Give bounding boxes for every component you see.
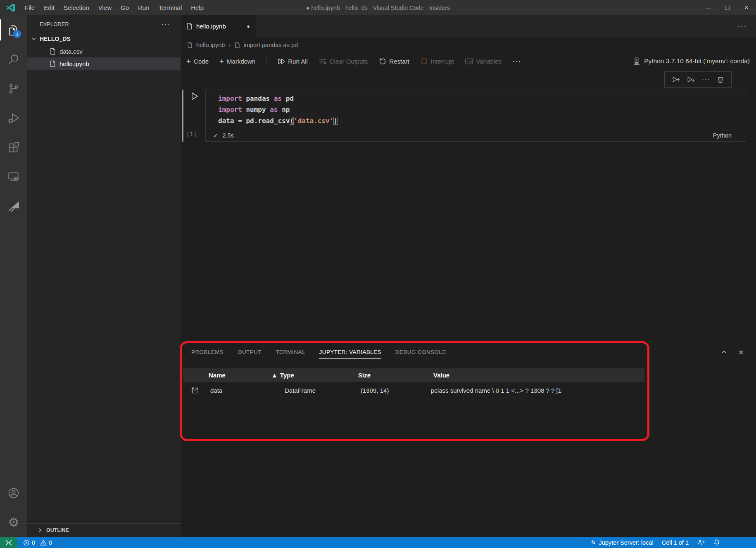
account-icon xyxy=(7,487,20,499)
maximize-button[interactable]: □ xyxy=(718,0,737,15)
problems-status[interactable]: 0 0 xyxy=(23,539,52,546)
interrupt-button[interactable]: Interrupt xyxy=(420,57,454,65)
clear-outputs-button[interactable]: Clear Outputs xyxy=(319,57,368,65)
activity-extensions[interactable] xyxy=(0,133,27,162)
remote-indicator[interactable] xyxy=(0,537,17,548)
window-title: ● hello.ipynb - hello_ds - Visual Studio… xyxy=(306,0,450,15)
activity-source-control[interactable] xyxy=(0,74,27,103)
file-item-hello-ipynb[interactable]: hello.ipynb xyxy=(27,57,181,70)
run-below-icon[interactable] xyxy=(687,76,695,84)
column-header-name[interactable]: Name xyxy=(206,372,269,379)
add-markdown-cell-button[interactable]: + Markdown xyxy=(219,58,255,65)
variables-table: Name ▲ Type Size Value data DataFrame (1… xyxy=(183,368,644,399)
editor-more-actions-icon[interactable]: ··· xyxy=(737,15,747,37)
close-button[interactable]: × xyxy=(737,0,756,15)
status-bar: 0 0 Jupyter Server: local Cell 1 of 1 xyxy=(0,537,756,548)
plug-icon xyxy=(590,539,597,546)
menu-edit[interactable]: Edit xyxy=(39,0,59,15)
cell-run-button[interactable] xyxy=(189,91,199,101)
run-above-icon[interactable] xyxy=(672,76,680,84)
activity-account[interactable] xyxy=(0,478,27,508)
activity-extension-triangle[interactable] xyxy=(0,191,27,221)
file-label: hello.ipynb xyxy=(59,60,89,67)
success-check-icon: ✓ xyxy=(213,132,219,139)
cell-editor[interactable]: import pandas as pd import numpy as np d… xyxy=(205,90,746,142)
menu-selection[interactable]: Selection xyxy=(59,0,94,15)
kernel-icon xyxy=(632,57,641,65)
sort-ascending-icon: ▲ xyxy=(271,372,278,379)
file-icon xyxy=(235,42,240,48)
cell-more-actions-icon[interactable]: ··· xyxy=(702,76,710,84)
explorer-more-actions-icon[interactable]: ··· xyxy=(161,20,170,28)
activity-run-debug[interactable] xyxy=(0,103,27,133)
column-header-value[interactable]: Value xyxy=(431,372,644,379)
close-panel-icon[interactable]: × xyxy=(739,349,744,356)
maximize-panel-chevron-up-icon[interactable] xyxy=(720,349,727,356)
cell-duration: 2.5s xyxy=(223,132,234,139)
remote-explorer-icon xyxy=(7,171,20,183)
dirty-dot-icon[interactable]: ● xyxy=(247,23,250,29)
panel-tab-output[interactable]: OUTPUT xyxy=(238,346,262,359)
tab-bar: hello.ipynb ● ··· xyxy=(181,15,756,37)
svg-text:(x): (x) xyxy=(467,59,473,63)
outline-section[interactable]: OUTLINE xyxy=(27,523,181,537)
cell-position-status[interactable]: Cell 1 of 1 xyxy=(662,539,689,546)
gear-icon: ⚙ xyxy=(8,516,19,529)
variable-type: DataFrame xyxy=(269,387,356,394)
menu-file[interactable]: File xyxy=(20,0,39,15)
feedback-icon[interactable] xyxy=(697,539,705,546)
jupyter-server-status[interactable]: Jupyter Server: local xyxy=(590,539,654,546)
trash-icon[interactable] xyxy=(717,76,724,83)
panel-tab-problems[interactable]: PROBLEMS xyxy=(191,346,223,359)
breadcrumb-separator-icon: › xyxy=(228,41,231,49)
breadcrumb-symbol[interactable]: import pandas as pd xyxy=(244,42,298,48)
folder-section-hello-ds[interactable]: HELLO_DS xyxy=(27,33,181,45)
cell-language-picker[interactable]: Python xyxy=(713,132,732,139)
error-count: 0 xyxy=(32,539,35,546)
activity-remote-explorer[interactable] xyxy=(0,162,27,191)
restart-button[interactable]: Restart xyxy=(378,57,409,65)
bell-icon[interactable] xyxy=(713,539,720,546)
breadcrumb: hello.ipynb › import pandas as pd xyxy=(181,37,756,53)
column-header-type[interactable]: ▲ Type xyxy=(269,372,356,379)
variable-row[interactable]: data DataFrame (1309, 14) pclass survive… xyxy=(183,382,644,399)
panel-tab-debug-console[interactable]: DEBUG CONSOLE xyxy=(395,346,446,359)
file-icon xyxy=(187,42,193,48)
file-item-data-csv[interactable]: data.csv xyxy=(27,45,181,57)
menu-run[interactable]: Run xyxy=(133,0,154,15)
breadcrumb-file[interactable]: hello.ipynb xyxy=(196,42,225,48)
column-header-size[interactable]: Size xyxy=(356,372,431,379)
minimize-button[interactable]: – xyxy=(699,0,718,15)
file-icon xyxy=(186,23,193,30)
panel-controls: × xyxy=(720,349,744,356)
code-line-2: import numpy as np xyxy=(218,104,746,115)
activity-search[interactable] xyxy=(0,45,27,74)
vscode-insiders-logo-icon xyxy=(6,3,15,12)
run-all-button[interactable]: Run All xyxy=(277,57,308,65)
menu-terminal[interactable]: Terminal xyxy=(154,0,187,15)
toolbar-divider xyxy=(266,58,266,65)
variables-icon: (x) xyxy=(465,57,473,65)
activity-settings[interactable]: ⚙ xyxy=(0,508,27,537)
tab-hello-ipynb[interactable]: hello.ipynb ● xyxy=(181,15,256,37)
kernel-picker[interactable]: Python 3.7.10 64-bit ('myenv': conda) xyxy=(632,53,750,69)
variables-button[interactable]: (x) Variables xyxy=(465,57,502,65)
chevron-down-icon xyxy=(31,36,37,42)
add-code-cell-button[interactable]: + Code xyxy=(186,58,209,65)
open-data-viewer-icon[interactable] xyxy=(183,387,206,394)
file-label: data.csv xyxy=(59,48,83,55)
vscode-window: File Edit Selection View Go Run Terminal… xyxy=(0,0,756,548)
activity-explorer[interactable]: 1 xyxy=(0,15,27,45)
panel-tab-terminal[interactable]: TERMINAL xyxy=(276,346,305,359)
panel-tab-jupyter-variables[interactable]: JUPYTER: VARIABLES xyxy=(319,346,381,359)
toolbar-more-actions-icon[interactable]: ··· xyxy=(512,57,521,66)
cell-code[interactable]: import pandas as pd import numpy as np d… xyxy=(206,90,746,126)
clear-outputs-icon xyxy=(319,57,327,65)
menu-view[interactable]: View xyxy=(94,0,116,15)
explorer-header: EXPLORER ··· xyxy=(27,15,181,33)
cell-focus-bar[interactable] xyxy=(182,90,183,142)
file-icon xyxy=(50,48,56,55)
run-debug-icon xyxy=(7,112,20,124)
menu-help[interactable]: Help xyxy=(186,0,208,15)
menu-go[interactable]: Go xyxy=(116,0,133,15)
